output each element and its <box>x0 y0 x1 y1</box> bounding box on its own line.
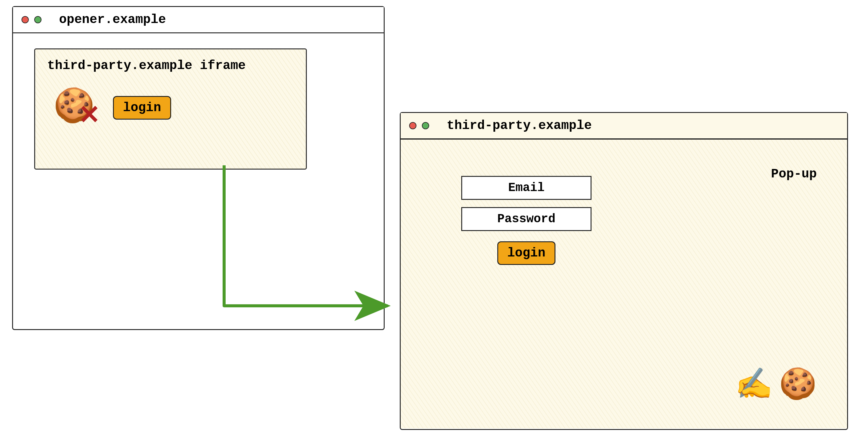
zoom-dot-icon[interactable] <box>34 16 41 23</box>
iframe-label: third-party.example iframe <box>47 58 294 73</box>
email-field[interactable]: Email <box>461 176 591 200</box>
popup-window: third-party.example Pop-up Email Passwor… <box>400 112 848 430</box>
opener-window: opener.example third-party.example ifram… <box>12 6 384 330</box>
popup-label: Pop-up <box>771 167 817 181</box>
opener-title: opener.example <box>59 12 166 27</box>
zoom-dot-icon[interactable] <box>422 122 429 129</box>
iframe-row: 🍪 ✕ login <box>53 91 294 124</box>
x-mark-icon: ✕ <box>79 101 100 127</box>
close-dot-icon[interactable] <box>409 122 416 129</box>
iframe-box: third-party.example iframe 🍪 ✕ login <box>34 49 307 169</box>
writing-hand-icon: ✍️ <box>735 371 773 401</box>
emoji-row: ✍️ 🍪 <box>735 371 817 401</box>
login-form: Email Password login <box>461 176 591 265</box>
popup-content: Pop-up Email Password login ✍️ 🍪 <box>401 139 847 428</box>
popup-login-button[interactable]: login <box>497 241 555 265</box>
opener-content: third-party.example iframe 🍪 ✕ login <box>13 33 384 328</box>
cookie-icon: 🍪 <box>779 371 817 401</box>
popup-titlebar: third-party.example <box>401 113 847 139</box>
password-field[interactable]: Password <box>461 207 591 231</box>
close-dot-icon[interactable] <box>22 16 29 23</box>
popup-title: third-party.example <box>447 118 592 133</box>
iframe-login-button[interactable]: login <box>113 96 171 120</box>
opener-titlebar: opener.example <box>13 7 384 33</box>
blocked-cookie-icon: 🍪 ✕ <box>53 91 95 124</box>
